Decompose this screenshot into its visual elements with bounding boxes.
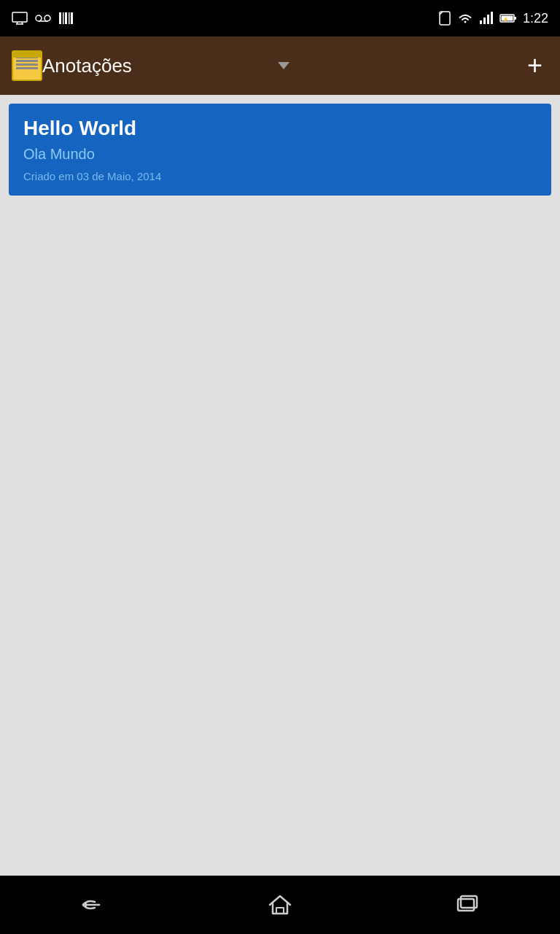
sim-icon: [438, 11, 451, 26]
svg-rect-16: [491, 12, 493, 24]
dropdown-arrow-icon: [278, 62, 289, 69]
svg-rect-9: [65, 12, 67, 24]
status-bar-left: [12, 12, 74, 25]
app-title: Anotações: [42, 55, 273, 77]
recents-button[interactable]: [439, 887, 494, 922]
status-time: 1:22: [523, 11, 548, 26]
svg-rect-10: [69, 12, 70, 24]
add-note-button[interactable]: +: [521, 47, 548, 85]
note-title: Hello World: [23, 117, 537, 140]
app-bar: Anotações +: [0, 36, 560, 95]
svg-rect-0: [12, 12, 27, 22]
back-button[interactable]: [66, 887, 121, 922]
notes-list: Hello World Ola Mundo Criado em 03 de Ma…: [0, 95, 560, 876]
note-date: Criado em 03 de Maio, 2014: [23, 170, 537, 182]
svg-rect-14: [483, 18, 486, 24]
note-card[interactable]: Hello World Ola Mundo Criado em 03 de Ma…: [9, 104, 551, 196]
svg-rect-7: [59, 12, 61, 24]
signal-icon: [479, 12, 494, 25]
svg-rect-8: [63, 12, 64, 24]
status-bar-right: ⚡ 1:22: [438, 11, 548, 26]
voicemail-icon: [35, 13, 51, 23]
svg-rect-11: [71, 12, 73, 24]
note-preview: Ola Mundo: [23, 146, 537, 163]
svg-text:⚡: ⚡: [502, 16, 509, 23]
wifi-icon: [457, 12, 473, 25]
svg-point-5: [44, 15, 50, 21]
status-bar: ⚡ 1:22: [0, 0, 560, 36]
svg-rect-18: [514, 17, 516, 20]
nav-bar: [0, 876, 560, 934]
screen-icon: [12, 12, 28, 25]
barcode-icon: [58, 12, 74, 25]
battery-icon: ⚡: [499, 13, 517, 23]
svg-point-4: [36, 15, 42, 21]
notepad-app-icon: [12, 50, 42, 81]
home-button[interactable]: [252, 886, 308, 924]
svg-rect-13: [480, 20, 482, 24]
svg-rect-15: [487, 15, 489, 24]
